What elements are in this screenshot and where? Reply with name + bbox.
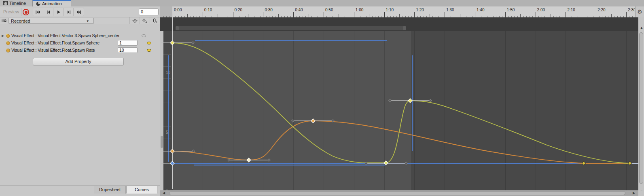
gear-icon[interactable]: ⚙ — [635, 6, 644, 17]
transport-controls — [33, 8, 84, 16]
ruler-time-label: 0:40 — [295, 8, 303, 12]
add-keyframe-button[interactable] — [140, 17, 150, 24]
scroll-up-icon[interactable]: ▲ — [640, 26, 643, 30]
ruler-tick — [520, 14, 521, 17]
visual-effect-icon — [6, 33, 11, 38]
ruler-time-label: 2:20 — [597, 8, 605, 12]
horizontal-scroll-thumb[interactable] — [169, 191, 625, 195]
value-tick — [163, 42, 171, 43]
gridline — [414, 31, 415, 190]
set-keyframe-icon — [132, 18, 138, 23]
add-event-button[interactable] — [150, 17, 160, 24]
go-to-end-button[interactable] — [74, 8, 84, 16]
ruler-time-label: 0:20 — [235, 8, 242, 12]
curve-color-indicator[interactable] — [147, 42, 151, 44]
previous-key-button[interactable] — [43, 8, 53, 16]
gridline — [596, 31, 596, 190]
time-ruler[interactable]: 0:000:100:200:300:400:501:001:101:201:30… — [160, 6, 638, 17]
ruler-tick — [293, 12, 294, 17]
zoombar-left-handle[interactable] — [176, 26, 179, 30]
next-key-button[interactable] — [64, 8, 74, 16]
animation-window: Timeline Animation ⋮ Preview 0 — [0, 0, 644, 196]
add-event-icon — [153, 18, 158, 23]
record-button[interactable] — [23, 9, 29, 15]
filter-lock-button[interactable] — [0, 17, 8, 24]
ruler-tick — [248, 14, 248, 17]
gridline — [475, 31, 475, 190]
vertical-scrollbar[interactable]: ▲ ▼ — [638, 17, 644, 196]
value-tick — [163, 151, 171, 151]
zoombar-right-handle[interactable] — [403, 26, 406, 30]
ruler-tick — [203, 12, 203, 17]
gridline — [384, 31, 385, 190]
ruler-tick — [187, 14, 188, 17]
visual-effect-icon — [6, 48, 11, 53]
curve-color-indicator[interactable] — [142, 34, 146, 37]
time-zoombar[interactable] — [160, 25, 638, 31]
clip-dropdown[interactable]: Recorded ▾ — [8, 18, 94, 24]
ruler-time-label: 1:30 — [446, 8, 454, 12]
ruler-tick — [551, 14, 551, 17]
ruler-tick — [490, 14, 490, 17]
ruler-tick — [399, 14, 400, 17]
gridline — [445, 31, 445, 190]
clip-range-highlight — [172, 31, 411, 190]
value-tick — [163, 139, 171, 139]
vertical-scroll-thumb[interactable] — [639, 32, 643, 184]
gridline — [354, 31, 354, 190]
value-axis-label: 10 — [166, 70, 176, 75]
ruler-tick — [233, 12, 233, 17]
property-row-spawn-rate[interactable]: Visual Effect : Visual Effect.Float.Spaw… — [0, 46, 160, 54]
set-keyframe-button[interactable] — [129, 17, 140, 24]
ruler-tick — [263, 12, 263, 17]
property-value-field[interactable]: 1 — [118, 40, 138, 46]
value-axis-gutter[interactable] — [160, 31, 163, 190]
ruler-tick — [611, 14, 612, 17]
ruler-underlay — [160, 17, 638, 25]
ruler-time-label: 1:50 — [507, 8, 515, 12]
curve-viewport[interactable]: 1050 — [160, 31, 638, 190]
horizontal-scrollbar[interactable]: ◀ ▶ — [160, 190, 638, 196]
ruler-tick — [430, 14, 430, 17]
value-scroll-thumb[interactable] — [161, 136, 163, 148]
ruler-time-label: 1:10 — [386, 8, 394, 12]
chevron-down-icon: ▾ — [87, 19, 89, 23]
tab-dopesheet[interactable]: Dopesheet — [94, 186, 126, 194]
gridline — [505, 31, 506, 190]
lock-icon — [2, 19, 6, 23]
preview-toggle[interactable]: Preview — [3, 9, 19, 14]
ruler-tick — [278, 14, 279, 17]
go-to-start-button[interactable] — [33, 8, 43, 16]
ruler-time-label: 1:00 — [356, 8, 363, 12]
tab-animation[interactable]: Animation — [32, 0, 71, 6]
zoombar-thumb[interactable] — [176, 26, 406, 30]
go-to-start-icon — [36, 10, 40, 14]
ruler-time-label: 2:10 — [567, 8, 575, 12]
foldout-arrow-icon[interactable]: ▶ — [2, 34, 4, 38]
frame-field[interactable]: 0 — [139, 8, 159, 15]
ruler-tick — [172, 12, 173, 17]
tab-timeline[interactable]: Timeline — [0, 0, 32, 6]
value-tick — [163, 66, 171, 67]
curve-editor-panel: 0:000:100:200:300:400:501:001:101:201:30… — [160, 0, 644, 196]
curve-color-indicator[interactable] — [147, 49, 151, 52]
record-dot-icon — [25, 11, 28, 14]
property-row-spawn-sphere-center[interactable]: ▶ Visual Effect : Visual Effect.Vector 3… — [0, 32, 160, 39]
property-value-field[interactable]: 10 — [118, 47, 138, 53]
play-button[interactable] — [53, 8, 64, 16]
ruler-tick — [218, 14, 218, 17]
add-keyframe-icon — [142, 18, 148, 23]
scroll-left-icon[interactable]: ◀ — [163, 192, 165, 195]
ruler-tick — [581, 14, 581, 17]
ruler-time-label: 1:40 — [477, 8, 484, 12]
ruler-tick — [566, 12, 566, 17]
scroll-right-icon[interactable]: ▶ — [633, 192, 635, 195]
ruler-tick — [596, 12, 596, 17]
ruler-tick — [324, 12, 324, 17]
tab-curves[interactable]: Curves — [126, 186, 157, 194]
gridline — [566, 31, 566, 190]
play-icon — [56, 10, 61, 14]
property-row-spawn-sphere[interactable]: Visual Effect : Visual Effect.Float.Spaw… — [0, 39, 160, 46]
ruler-tick — [505, 12, 506, 17]
add-property-button[interactable]: Add Property — [33, 58, 124, 65]
